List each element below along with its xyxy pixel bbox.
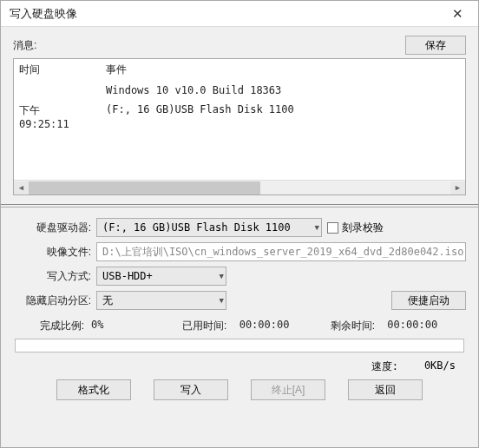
- elapsed-value: 00:00:00: [240, 319, 318, 333]
- button-row: 格式化 写入 终止[A] 返回: [13, 379, 466, 400]
- log-col-time-header: 时间: [14, 59, 101, 81]
- log-event-cell: (F:, 16 GB)USB Flash Disk 1100: [101, 100, 465, 134]
- quick-boot-button[interactable]: 便捷启动: [391, 291, 466, 310]
- write-mode-value: USB-HDD+: [102, 270, 153, 282]
- log-col-event-header: 事件: [101, 59, 465, 81]
- status-grid: 完成比例: 0% 已用时间: 00:00:00 剩余时间: 00:00:00: [13, 319, 466, 333]
- section-divider: [1, 204, 478, 211]
- log-row: 下午 09:25:11 (F:, 16 GB)USB Flash Disk 11…: [14, 100, 465, 134]
- format-button[interactable]: 格式化: [56, 379, 131, 400]
- close-button[interactable]: ✕: [443, 3, 471, 24]
- speed-label: 速度:: [371, 359, 398, 374]
- log-time-cell: [14, 81, 101, 100]
- write-button[interactable]: 写入: [154, 379, 228, 400]
- log-time-cell: 下午 09:25:11: [14, 100, 101, 134]
- h-scrollbar[interactable]: ◀ ▶: [14, 180, 465, 194]
- close-icon: ✕: [452, 6, 463, 22]
- progress-value: 0%: [91, 319, 170, 333]
- message-label: 消息:: [13, 38, 36, 53]
- log-row: Windows 10 v10.0 Build 18363: [14, 81, 465, 100]
- message-row: 消息: 保存: [13, 36, 466, 55]
- save-button[interactable]: 保存: [405, 36, 466, 55]
- drive-label: 硬盘驱动器:: [13, 221, 91, 235]
- abort-button: 终止[A]: [251, 379, 325, 400]
- log-header: 时间 事件: [14, 59, 465, 81]
- speed-value: 0KB/s: [424, 359, 456, 374]
- hide-boot-row: 隐藏启动分区: 无 ▼ 便捷启动: [13, 291, 466, 310]
- verify-checkbox[interactable]: 刻录校验: [327, 221, 384, 235]
- log-table: 时间 事件 Windows 10 v10.0 Build 18363 下午 09…: [14, 59, 465, 180]
- drive-row: 硬盘驱动器: (F:, 16 GB)USB Flash Disk 1100 ▼ …: [13, 218, 466, 237]
- drive-select[interactable]: (F:, 16 GB)USB Flash Disk 1100 ▼: [96, 218, 322, 237]
- progress-bar: [15, 339, 464, 352]
- write-mode-label: 写入方式:: [13, 269, 91, 284]
- window-title: 写入硬盘映像: [10, 6, 77, 22]
- form-area: 硬盘驱动器: (F:, 16 GB)USB Flash Disk 1100 ▼ …: [13, 218, 466, 310]
- back-button[interactable]: 返回: [348, 379, 423, 400]
- scroll-left-icon[interactable]: ◀: [14, 181, 29, 194]
- hide-boot-label: 隐藏启动分区:: [13, 293, 91, 308]
- hide-boot-value: 无: [102, 293, 113, 308]
- window: 写入硬盘映像 ✕ 消息: 保存 时间 事件 Windows 10 v10.0 B…: [0, 0, 479, 448]
- image-file-value: D:\上官培训\ISO\cn_windows_server_2019_x64_d…: [102, 245, 463, 260]
- elapsed-label: 已用时间:: [170, 319, 240, 333]
- verify-label: 刻录校验: [342, 221, 384, 235]
- titlebar: 写入硬盘映像 ✕: [1, 1, 478, 27]
- remain-label: 剩余时间:: [318, 319, 387, 333]
- write-mode-row: 写入方式: USB-HDD+ ▼: [13, 267, 466, 286]
- checkbox-box: [327, 222, 338, 234]
- write-mode-select[interactable]: USB-HDD+ ▼: [96, 267, 226, 286]
- log-body: Windows 10 v10.0 Build 18363 下午 09:25:11…: [14, 81, 465, 134]
- image-label: 映像文件:: [13, 245, 91, 260]
- chevron-down-icon: ▼: [220, 272, 224, 280]
- remain-value: 00:00:00: [387, 319, 466, 333]
- scroll-track[interactable]: [29, 181, 450, 194]
- scroll-right-icon[interactable]: ▶: [450, 181, 465, 194]
- content-area: 消息: 保存 时间 事件 Windows 10 v10.0 Build 1836…: [1, 27, 478, 447]
- image-row: 映像文件: D:\上官培训\ISO\cn_windows_server_2019…: [13, 242, 466, 261]
- speed-row: 速度: 0KB/s: [13, 359, 466, 374]
- image-file-input[interactable]: D:\上官培训\ISO\cn_windows_server_2019_x64_d…: [96, 242, 466, 261]
- log-box: 时间 事件 Windows 10 v10.0 Build 18363 下午 09…: [13, 58, 466, 195]
- scroll-thumb[interactable]: [29, 181, 260, 194]
- chevron-down-icon: ▼: [220, 296, 224, 305]
- log-event-cell: Windows 10 v10.0 Build 18363: [101, 81, 465, 100]
- drive-select-value: (F:, 16 GB)USB Flash Disk 1100: [102, 221, 291, 234]
- hide-boot-select[interactable]: 无 ▼: [96, 291, 226, 310]
- chevron-down-icon: ▼: [315, 223, 319, 232]
- progress-label: 完成比例:: [13, 319, 91, 333]
